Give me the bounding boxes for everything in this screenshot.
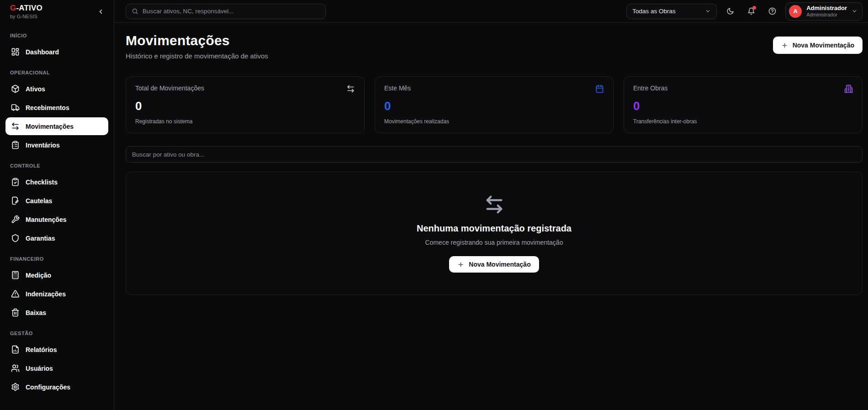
- sidebar-item-configuracoes[interactable]: Configurações: [5, 378, 108, 396]
- user-menu[interactable]: A Administrador Administrador: [785, 2, 863, 21]
- clipboard-check-icon: [11, 178, 20, 186]
- shield-icon: [11, 234, 20, 242]
- user-meta: Administrador Administrador: [806, 5, 847, 18]
- brand-letter-g: G: [10, 4, 16, 12]
- nav-section-gestao: GESTÃO Relatórios Usuários Configurações: [5, 328, 108, 396]
- swap-arrows-icon: [484, 194, 505, 215]
- brand-title: G-ATIVO: [10, 4, 42, 13]
- moon-icon: [726, 7, 734, 15]
- stat-card-este-mes: Este Mês 0 Movimentações realizadas: [375, 76, 614, 133]
- brand-byline: by G-NESIS: [10, 14, 42, 19]
- sidebar-item-label: Inventários: [26, 142, 60, 149]
- sidebar-item-checklists[interactable]: Checklists: [5, 173, 108, 191]
- theme-toggle-button[interactable]: [722, 4, 738, 19]
- nav-section-label: FINANCEIRO: [5, 253, 108, 266]
- nav-section-operacional: OPERACIONAL Ativos Recebimentos Moviment…: [5, 67, 108, 154]
- stats-row: Total de Movimentações 0 Registradas no …: [126, 76, 863, 133]
- sidebar-item-label: Medição: [26, 272, 51, 279]
- stat-card-top: Este Mês: [384, 84, 604, 93]
- sidebar-item-label: Movimentações: [26, 123, 74, 130]
- works-filter-value: Todas as Obras: [632, 8, 676, 15]
- sidebar: G-ATIVO by G-NESIS INÍCIO Dashboard OPER…: [0, 0, 114, 410]
- page-header-text: Movimentações Histórico e registro de mo…: [126, 33, 268, 60]
- avatar: A: [789, 5, 802, 18]
- calculator-icon: [11, 271, 20, 279]
- sidebar-item-label: Garantias: [26, 235, 55, 242]
- topbar-right: Todas as Obras: [626, 2, 863, 21]
- movements-filter-input[interactable]: [126, 146, 863, 163]
- main-area: Todas as Obras: [114, 0, 868, 410]
- topbar: Todas as Obras: [114, 0, 868, 23]
- search-icon: [132, 8, 138, 15]
- calendar-icon: [595, 84, 604, 93]
- sidebar-item-garantias[interactable]: Garantias: [5, 229, 108, 247]
- stat-value: 0: [135, 99, 355, 113]
- sidebar-item-label: Indenizações: [26, 290, 66, 298]
- stat-caption: Registradas no sistema: [135, 118, 355, 125]
- swap-arrows-icon: [346, 84, 355, 93]
- new-movement-button-label: Nova Movimentação: [793, 42, 854, 49]
- global-search[interactable]: [126, 4, 326, 19]
- sidebar-item-indenizacoes[interactable]: Indenizações: [5, 285, 108, 303]
- chevron-left-icon: [97, 8, 104, 15]
- sidebar-item-label: Cautelas: [26, 197, 52, 205]
- sidebar-item-movimentacoes[interactable]: Movimentações: [5, 117, 108, 135]
- nav-section-controle: CONTROLE Checklists Cautelas Manutenções…: [5, 160, 108, 247]
- sidebar-item-usuarios[interactable]: Usuários: [5, 359, 108, 377]
- sidebar-item-medicao[interactable]: Medição: [5, 266, 108, 284]
- sidebar-item-dashboard[interactable]: Dashboard: [5, 43, 108, 61]
- brand-rest: -ATIVO: [16, 4, 42, 12]
- nav-section-inicio: INÍCIO Dashboard: [5, 30, 108, 61]
- stat-caption: Movimentações realizadas: [384, 118, 604, 125]
- empty-new-movement-button-label: Nova Movimentação: [469, 261, 530, 268]
- page-content: Movimentações Histórico e registro de mo…: [114, 23, 868, 410]
- notifications-button[interactable]: [743, 4, 759, 19]
- sidebar-item-manutencoes[interactable]: Manutenções: [5, 210, 108, 228]
- brand: G-ATIVO by G-NESIS: [10, 4, 42, 19]
- sidebar-item-inventarios[interactable]: Inventários: [5, 136, 108, 154]
- sidebar-nav: INÍCIO Dashboard OPERACIONAL Ativos Rece…: [0, 23, 114, 410]
- sidebar-item-label: Baixas: [26, 309, 46, 316]
- sidebar-item-label: Recebimentos: [26, 104, 69, 111]
- stat-card-total: Total de Movimentações 0 Registradas no …: [126, 76, 365, 133]
- works-filter-select[interactable]: Todas as Obras: [626, 4, 717, 19]
- users-icon: [11, 364, 20, 373]
- empty-state-title: Nenhuma movimentação registrada: [417, 223, 572, 234]
- sidebar-item-relatorios[interactable]: Relatórios: [5, 341, 108, 358]
- layout-dashboard-icon: [11, 47, 20, 56]
- sidebar-item-baixas[interactable]: Baixas: [5, 304, 108, 321]
- stat-card-top: Total de Movimentações: [135, 84, 355, 93]
- stat-value: 0: [384, 99, 604, 113]
- stat-card-top: Entre Obras: [633, 84, 853, 93]
- help-button[interactable]: [764, 4, 780, 19]
- page-header: Movimentações Histórico e registro de mo…: [126, 33, 863, 60]
- global-search-input[interactable]: [143, 8, 320, 15]
- nav-section-label: GESTÃO: [5, 328, 108, 341]
- stat-value: 0: [633, 99, 853, 113]
- nav-section-label: OPERACIONAL: [5, 67, 108, 80]
- sidebar-collapse-button[interactable]: [95, 5, 106, 17]
- sidebar-header: G-ATIVO by G-NESIS: [0, 0, 114, 23]
- chevron-down-icon: [852, 8, 857, 14]
- user-name: Administrador: [806, 5, 847, 12]
- empty-state-subtitle: Comece registrando sua primeira moviment…: [425, 239, 563, 246]
- page-title: Movimentações: [126, 33, 268, 48]
- help-circle-icon: [768, 7, 776, 15]
- package-icon: [11, 84, 20, 93]
- plus-icon: [457, 261, 464, 268]
- stat-caption: Transferências inter-obras: [633, 118, 853, 125]
- gear-icon: [11, 383, 20, 391]
- sidebar-item-cautelas[interactable]: Cautelas: [5, 192, 108, 210]
- stat-label: Total de Movimentações: [135, 84, 204, 92]
- stat-label: Entre Obras: [633, 84, 667, 92]
- sidebar-item-recebimentos[interactable]: Recebimentos: [5, 99, 108, 116]
- truck-icon: [11, 103, 20, 112]
- sidebar-item-label: Checklists: [26, 179, 58, 186]
- nav-section-label: CONTROLE: [5, 160, 108, 173]
- sidebar-item-label: Ativos: [26, 85, 45, 93]
- chevron-down-icon: [705, 8, 711, 14]
- new-movement-button[interactable]: Nova Movimentação: [773, 37, 863, 54]
- sidebar-item-ativos[interactable]: Ativos: [5, 80, 108, 98]
- empty-new-movement-button[interactable]: Nova Movimentação: [449, 256, 539, 273]
- stat-label: Este Mês: [384, 84, 411, 92]
